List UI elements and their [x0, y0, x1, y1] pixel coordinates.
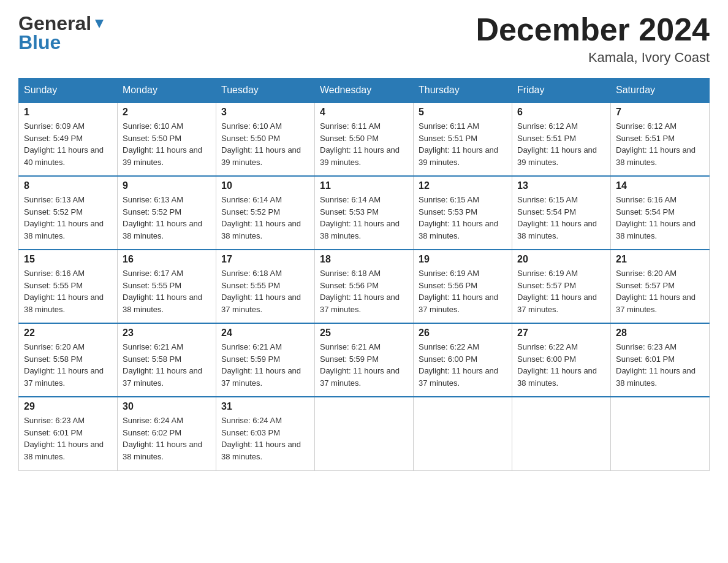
day-number: 7 — [616, 107, 704, 118]
col-saturday: Saturday — [611, 79, 710, 103]
calendar-cell: 22Sunrise: 6:20 AMSunset: 5:58 PMDayligh… — [19, 323, 118, 397]
page-header: General Blue December 2024 Kamala, Ivory… — [18, 12, 710, 66]
calendar-cell: 31Sunrise: 6:24 AMSunset: 6:03 PMDayligh… — [216, 397, 315, 470]
day-number: 6 — [517, 107, 605, 118]
day-info: Sunrise: 6:21 AMSunset: 5:59 PMDaylight:… — [221, 341, 309, 389]
day-number: 20 — [517, 254, 605, 265]
day-number: 21 — [616, 254, 704, 265]
day-info: Sunrise: 6:17 AMSunset: 5:55 PMDaylight:… — [123, 267, 211, 315]
calendar-cell: 5Sunrise: 6:11 AMSunset: 5:51 PMDaylight… — [414, 102, 512, 176]
calendar-cell: 15Sunrise: 6:16 AMSunset: 5:55 PMDayligh… — [19, 250, 118, 323]
calendar-week-row: 22Sunrise: 6:20 AMSunset: 5:58 PMDayligh… — [19, 323, 710, 397]
day-info: Sunrise: 6:19 AMSunset: 5:57 PMDaylight:… — [517, 267, 605, 315]
day-number: 18 — [320, 254, 408, 265]
logo: General Blue — [18, 12, 106, 54]
day-number: 23 — [123, 327, 211, 339]
day-number: 8 — [24, 180, 112, 191]
day-info: Sunrise: 6:24 AMSunset: 6:03 PMDaylight:… — [221, 415, 309, 462]
day-number: 29 — [24, 401, 112, 412]
day-number: 26 — [419, 327, 507, 339]
day-number: 5 — [419, 107, 507, 118]
calendar-cell — [512, 397, 611, 470]
calendar-cell — [414, 397, 512, 470]
day-info: Sunrise: 6:19 AMSunset: 5:56 PMDaylight:… — [419, 267, 507, 315]
col-monday: Monday — [118, 79, 216, 103]
calendar-table: Sunday Monday Tuesday Wednesday Thursday… — [18, 78, 710, 471]
logo-triangle-icon — [93, 17, 106, 31]
day-number: 28 — [616, 327, 704, 339]
day-number: 22 — [24, 327, 112, 339]
day-info: Sunrise: 6:18 AMSunset: 5:56 PMDaylight:… — [320, 267, 408, 315]
day-info: Sunrise: 6:10 AMSunset: 5:50 PMDaylight:… — [123, 120, 211, 168]
day-number: 30 — [123, 401, 211, 412]
day-number: 31 — [221, 401, 309, 412]
calendar-cell: 14Sunrise: 6:16 AMSunset: 5:54 PMDayligh… — [611, 176, 710, 250]
day-number: 19 — [419, 254, 507, 265]
calendar-cell: 6Sunrise: 6:12 AMSunset: 5:51 PMDaylight… — [512, 102, 611, 176]
calendar-cell: 10Sunrise: 6:14 AMSunset: 5:52 PMDayligh… — [216, 176, 315, 250]
logo-blue: Blue — [18, 31, 61, 54]
day-info: Sunrise: 6:13 AMSunset: 5:52 PMDaylight:… — [123, 194, 211, 242]
day-number: 14 — [616, 180, 704, 191]
day-info: Sunrise: 6:13 AMSunset: 5:52 PMDaylight:… — [24, 194, 112, 242]
calendar-cell: 8Sunrise: 6:13 AMSunset: 5:52 PMDaylight… — [19, 176, 118, 250]
calendar-cell: 3Sunrise: 6:10 AMSunset: 5:50 PMDaylight… — [216, 102, 315, 176]
day-info: Sunrise: 6:18 AMSunset: 5:55 PMDaylight:… — [221, 267, 309, 315]
calendar-cell: 9Sunrise: 6:13 AMSunset: 5:52 PMDaylight… — [118, 176, 216, 250]
calendar-week-row: 15Sunrise: 6:16 AMSunset: 5:55 PMDayligh… — [19, 250, 710, 323]
col-sunday: Sunday — [19, 79, 118, 103]
calendar-cell: 16Sunrise: 6:17 AMSunset: 5:55 PMDayligh… — [118, 250, 216, 323]
day-number: 24 — [221, 327, 309, 339]
calendar-cell: 11Sunrise: 6:14 AMSunset: 5:53 PMDayligh… — [315, 176, 414, 250]
day-info: Sunrise: 6:16 AMSunset: 5:54 PMDaylight:… — [616, 194, 704, 242]
day-number: 25 — [320, 327, 408, 339]
day-number: 12 — [419, 180, 507, 191]
calendar-cell — [315, 397, 414, 470]
calendar-cell: 27Sunrise: 6:22 AMSunset: 6:00 PMDayligh… — [512, 323, 611, 397]
calendar-cell: 13Sunrise: 6:15 AMSunset: 5:54 PMDayligh… — [512, 176, 611, 250]
day-info: Sunrise: 6:23 AMSunset: 6:01 PMDaylight:… — [616, 341, 704, 389]
day-number: 15 — [24, 254, 112, 265]
day-info: Sunrise: 6:12 AMSunset: 5:51 PMDaylight:… — [517, 120, 605, 168]
day-info: Sunrise: 6:09 AMSunset: 5:49 PMDaylight:… — [24, 120, 112, 168]
day-number: 17 — [221, 254, 309, 265]
day-info: Sunrise: 6:15 AMSunset: 5:54 PMDaylight:… — [517, 194, 605, 242]
calendar-week-row: 8Sunrise: 6:13 AMSunset: 5:52 PMDaylight… — [19, 176, 710, 250]
day-number: 27 — [517, 327, 605, 339]
day-number: 9 — [123, 180, 211, 191]
day-info: Sunrise: 6:21 AMSunset: 5:59 PMDaylight:… — [320, 341, 408, 389]
calendar-cell: 7Sunrise: 6:12 AMSunset: 5:51 PMDaylight… — [611, 102, 710, 176]
day-info: Sunrise: 6:20 AMSunset: 5:58 PMDaylight:… — [24, 341, 112, 389]
calendar-cell: 2Sunrise: 6:10 AMSunset: 5:50 PMDaylight… — [118, 102, 216, 176]
day-number: 11 — [320, 180, 408, 191]
day-info: Sunrise: 6:23 AMSunset: 6:01 PMDaylight:… — [24, 415, 112, 462]
day-number: 4 — [320, 107, 408, 118]
calendar-cell: 26Sunrise: 6:22 AMSunset: 6:00 PMDayligh… — [414, 323, 512, 397]
svg-marker-0 — [95, 20, 104, 28]
calendar-cell — [611, 397, 710, 470]
day-number: 10 — [221, 180, 309, 191]
calendar-cell: 28Sunrise: 6:23 AMSunset: 6:01 PMDayligh… — [611, 323, 710, 397]
day-number: 2 — [123, 107, 211, 118]
day-number: 13 — [517, 180, 605, 191]
calendar-week-row: 1Sunrise: 6:09 AMSunset: 5:49 PMDaylight… — [19, 102, 710, 176]
col-tuesday: Tuesday — [216, 79, 315, 103]
calendar-cell: 17Sunrise: 6:18 AMSunset: 5:55 PMDayligh… — [216, 250, 315, 323]
calendar-cell: 23Sunrise: 6:21 AMSunset: 5:58 PMDayligh… — [118, 323, 216, 397]
day-info: Sunrise: 6:15 AMSunset: 5:53 PMDaylight:… — [419, 194, 507, 242]
day-info: Sunrise: 6:11 AMSunset: 5:50 PMDaylight:… — [320, 120, 408, 168]
day-info: Sunrise: 6:10 AMSunset: 5:50 PMDaylight:… — [221, 120, 309, 168]
calendar-cell: 29Sunrise: 6:23 AMSunset: 6:01 PMDayligh… — [19, 397, 118, 470]
day-number: 1 — [24, 107, 112, 118]
day-info: Sunrise: 6:16 AMSunset: 5:55 PMDaylight:… — [24, 267, 112, 315]
day-info: Sunrise: 6:20 AMSunset: 5:57 PMDaylight:… — [616, 267, 704, 315]
day-info: Sunrise: 6:22 AMSunset: 6:00 PMDaylight:… — [517, 341, 605, 389]
day-info: Sunrise: 6:14 AMSunset: 5:53 PMDaylight:… — [320, 194, 408, 242]
col-friday: Friday — [512, 79, 611, 103]
calendar-cell: 18Sunrise: 6:18 AMSunset: 5:56 PMDayligh… — [315, 250, 414, 323]
day-info: Sunrise: 6:12 AMSunset: 5:51 PMDaylight:… — [616, 120, 704, 168]
calendar-header-row: Sunday Monday Tuesday Wednesday Thursday… — [19, 79, 710, 103]
day-info: Sunrise: 6:21 AMSunset: 5:58 PMDaylight:… — [123, 341, 211, 389]
day-info: Sunrise: 6:11 AMSunset: 5:51 PMDaylight:… — [419, 120, 507, 168]
calendar-week-row: 29Sunrise: 6:23 AMSunset: 6:01 PMDayligh… — [19, 397, 710, 470]
